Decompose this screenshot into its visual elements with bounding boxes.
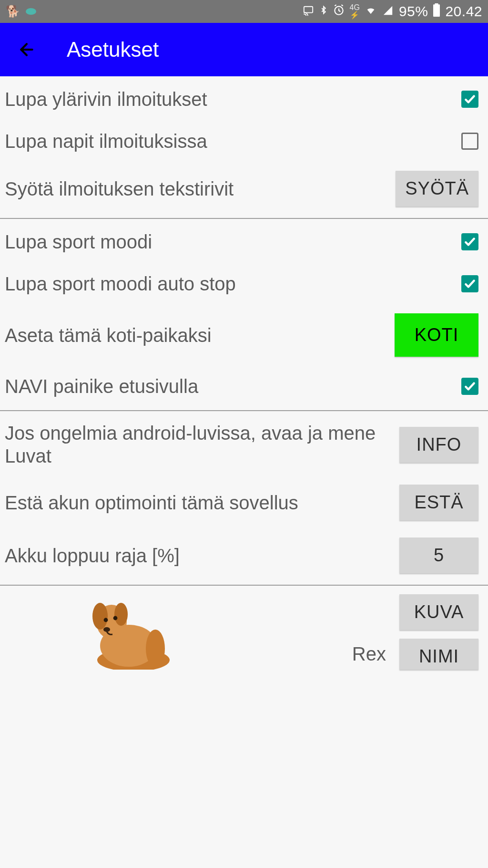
dog-buttons: KUVA Rex NIMI bbox=[176, 594, 478, 670]
button-batt-limit[interactable]: 5 bbox=[399, 537, 478, 573]
row-notif-text: Syötä ilmoituksen tekstirivit SYÖTÄ bbox=[0, 162, 488, 215]
page-title: Asetukset bbox=[67, 38, 159, 62]
svg-point-8 bbox=[114, 603, 128, 626]
row-notif-top: Lupa ylärivin ilmoitukset bbox=[0, 78, 488, 120]
network-type-label: 4G ⚡ bbox=[350, 4, 360, 19]
signal-icon bbox=[382, 4, 394, 19]
dog-image bbox=[81, 593, 176, 670]
row-sport-autostop: Lupa sport moodi auto stop bbox=[0, 263, 488, 305]
label-batt-limit: Akku loppuu raja [%] bbox=[5, 544, 399, 567]
label-perms: Jos ongelmia android-luvissa, avaa ja me… bbox=[5, 422, 399, 467]
row-batt-opt: Estä akun optimointi tämä sovellus ESTÄ bbox=[0, 476, 488, 529]
wifi-icon bbox=[365, 4, 377, 19]
disc-app-icon bbox=[26, 8, 36, 15]
checkbox-navi-home[interactable] bbox=[461, 378, 478, 395]
checkbox-notif-top[interactable] bbox=[461, 91, 478, 108]
section-dog: KUVA Rex NIMI bbox=[0, 586, 488, 670]
button-dog-name[interactable]: NIMI bbox=[399, 639, 478, 670]
row-notif-buttons: Lupa napit ilmoituksissa bbox=[0, 120, 488, 162]
dog-app-icon: 🐕 bbox=[6, 5, 20, 18]
svg-rect-0 bbox=[304, 6, 312, 12]
section-notifications: Lupa ylärivin ilmoitukset Lupa napit ilm… bbox=[0, 76, 488, 219]
button-set-home[interactable]: KOTI bbox=[395, 313, 478, 357]
button-notif-text[interactable]: SYÖTÄ bbox=[396, 171, 478, 207]
back-button[interactable] bbox=[15, 38, 38, 61]
svg-point-11 bbox=[103, 627, 110, 632]
app-bar: Asetukset bbox=[0, 23, 488, 76]
alarm-icon bbox=[333, 4, 345, 20]
svg-rect-2 bbox=[433, 4, 440, 17]
svg-point-9 bbox=[104, 618, 108, 622]
bluetooth-icon bbox=[319, 4, 328, 20]
label-notif-top: Lupa ylärivin ilmoitukset bbox=[5, 88, 461, 111]
battery-icon bbox=[433, 3, 440, 20]
svg-rect-3 bbox=[435, 3, 438, 5]
status-right: 4G ⚡ 95% 20.42 bbox=[302, 3, 482, 20]
row-perms: Jos ongelmia android-luvissa, avaa ja me… bbox=[0, 413, 488, 476]
settings-list: Lupa ylärivin ilmoitukset Lupa napit ilm… bbox=[0, 76, 488, 670]
button-dog-image[interactable]: KUVA bbox=[399, 594, 478, 630]
row-navi-home: NAVI painike etusivulla bbox=[0, 365, 488, 407]
button-batt-opt[interactable]: ESTÄ bbox=[399, 485, 478, 520]
battery-percent: 95% bbox=[399, 3, 428, 20]
row-sport-mode: Lupa sport moodi bbox=[0, 221, 488, 263]
checkbox-sport-autostop[interactable] bbox=[461, 275, 478, 292]
label-notif-text: Syötä ilmoituksen tekstirivit bbox=[5, 177, 396, 200]
cast-icon bbox=[302, 4, 315, 19]
svg-point-12 bbox=[146, 630, 165, 668]
label-set-home: Aseta tämä koti-paikaksi bbox=[5, 324, 395, 347]
button-perms-info[interactable]: INFO bbox=[399, 427, 478, 463]
status-left: 🐕 bbox=[6, 5, 36, 18]
status-bar: 🐕 4G ⚡ 95% 20.42 bbox=[0, 0, 488, 23]
checkbox-notif-buttons[interactable] bbox=[461, 133, 478, 150]
label-batt-opt: Estä akun optimointi tämä sovellus bbox=[5, 491, 399, 514]
section-sport: Lupa sport moodi Lupa sport moodi auto s… bbox=[0, 219, 488, 411]
svg-point-10 bbox=[113, 616, 118, 620]
label-sport-autostop: Lupa sport moodi auto stop bbox=[5, 272, 461, 295]
label-navi-home: NAVI painike etusivulla bbox=[5, 375, 461, 398]
label-notif-buttons: Lupa napit ilmoituksissa bbox=[5, 130, 461, 153]
label-sport-mode: Lupa sport moodi bbox=[5, 230, 461, 253]
svg-point-7 bbox=[92, 603, 108, 630]
clock: 20.42 bbox=[445, 3, 482, 20]
row-batt-limit: Akku loppuu raja [%] 5 bbox=[0, 529, 488, 582]
section-system: Jos ongelmia android-luvissa, avaa ja me… bbox=[0, 411, 488, 586]
dog-name-label: Rex bbox=[352, 643, 386, 665]
checkbox-sport-mode[interactable] bbox=[461, 233, 478, 250]
row-set-home: Aseta tämä koti-paikaksi KOTI bbox=[0, 305, 488, 365]
